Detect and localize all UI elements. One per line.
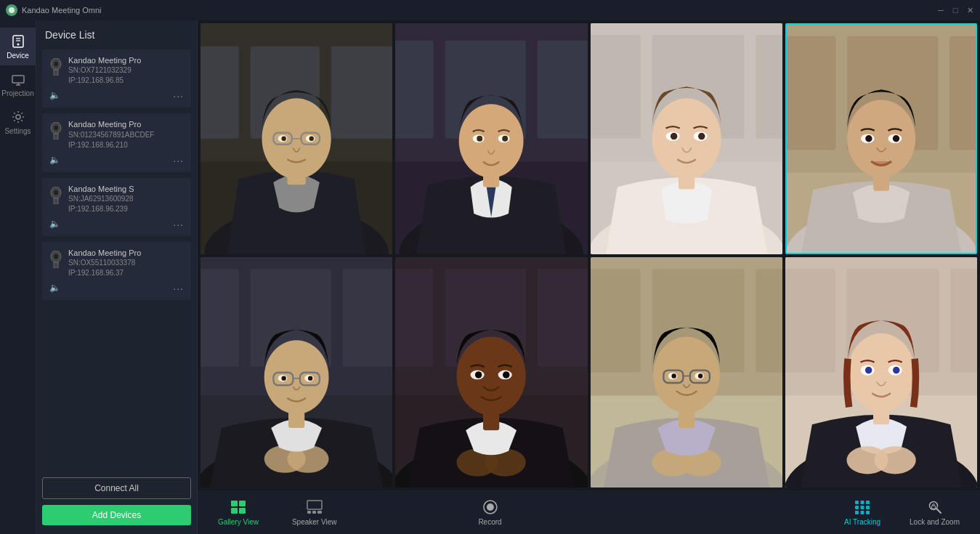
svg-point-34 [281,137,286,141]
svg-point-43 [459,104,524,178]
svg-rect-140 [312,511,316,514]
video-cell-8[interactable] [785,257,977,488]
svg-rect-150 [855,511,859,514]
record-label: Record [478,518,501,526]
svg-rect-136 [231,508,238,514]
device-panel: Device List Kandao Meeting Pro SN:OX7121… [36,20,198,534]
sidebar-item-settings[interactable]: Settings [0,103,36,141]
svg-point-70 [865,135,872,142]
svg-point-133 [893,366,900,373]
svg-rect-23 [201,46,239,139]
svg-rect-141 [317,511,322,514]
svg-rect-152 [866,511,870,514]
svg-point-8 [16,115,20,119]
video-cell-4[interactable] [785,23,977,254]
svg-point-101 [475,371,482,379]
volume-icon-1[interactable]: 🔈 [49,90,61,102]
connect-all-button[interactable]: Connect All [42,477,191,499]
svg-point-102 [503,371,510,379]
svg-point-143 [487,503,494,511]
svg-rect-25 [331,46,393,139]
video-cell-5[interactable] [201,257,392,488]
video-cell-6[interactable] [395,257,587,488]
sidebar-item-device[interactable]: Device [0,28,36,65]
more-icon-2[interactable]: ··· [173,155,184,166]
record-icon [482,498,499,516]
ai-tracking-button[interactable]: AI Tracking [838,495,886,529]
device-name-2: Kandao Meeting Pro [68,119,154,129]
svg-point-132 [865,366,872,373]
video-cell-2[interactable] [395,23,587,254]
video-cell-1[interactable] [201,23,392,254]
volume-icon-3[interactable]: 🔈 [49,219,61,230]
device-item-1: Kandao Meeting Pro SN:OX7121032329 IP:19… [42,49,191,108]
svg-point-35 [309,137,314,141]
svg-rect-19 [54,262,58,268]
volume-icon-2[interactable]: 🔈 [49,155,61,166]
device-camera-icon-3 [48,185,64,206]
device-camera-icon-2 [48,121,64,141]
svg-rect-38 [395,41,434,139]
video-cell-3[interactable] [591,23,782,254]
svg-point-119 [698,373,702,378]
device-ip-4: IP:192.168.96.37 [68,268,141,278]
svg-point-98 [457,336,526,415]
device-item-3: Kandao Meeting S SN:JA62913600928 IP:192… [42,178,191,236]
svg-point-55 [652,98,721,179]
video-area: Gallery View Speaker View [198,20,980,534]
svg-point-14 [54,126,58,131]
svg-rect-62 [787,36,835,150]
speaker-view-icon [306,498,323,516]
more-icon-3[interactable]: ··· [173,219,184,230]
svg-rect-107 [756,268,782,372]
settings-icon [10,109,26,125]
gallery-view-icon [230,498,247,516]
sidebar-device-label: Device [7,52,29,60]
gallery-view-label: Gallery View [218,518,259,526]
sidebar-settings-label: Settings [4,127,31,135]
svg-rect-155 [931,506,935,509]
svg-point-87 [281,376,286,380]
volume-icon-4[interactable]: 🔈 [49,283,61,294]
more-icon-1[interactable]: ··· [173,90,184,102]
toolbar-left: Gallery View Speaker View [212,495,342,529]
toolbar-right: AI Tracking Lock and Zoo [838,495,965,529]
svg-rect-122 [785,268,835,372]
device-item-2: Kandao Meeting Pro SN:01234567891ABCDEF … [42,113,191,171]
svg-rect-91 [395,268,434,366]
sidebar: Device Projection Settings [0,20,36,534]
bottom-toolbar: Gallery View Speaker View [198,490,980,534]
svg-rect-5 [12,76,24,83]
close-button[interactable]: ✕ [965,6,974,15]
minimize-button[interactable]: ─ [936,6,945,15]
svg-point-47 [502,136,508,142]
ai-tracking-icon [854,498,871,516]
record-button[interactable]: Record [472,495,507,529]
ai-tracking-label: AI Tracking [844,518,880,526]
svg-rect-52 [756,35,782,139]
device-ip-2: IP:192.168.96.210 [68,140,154,150]
video-cell-7[interactable] [591,257,782,488]
sidebar-item-projection[interactable]: Projection [0,65,36,103]
svg-rect-137 [239,508,246,514]
gallery-view-button[interactable]: Gallery View [212,495,264,529]
svg-rect-64 [949,36,976,150]
more-icon-4[interactable]: ··· [173,283,184,294]
device-ip-1: IP:192.168.96.85 [68,76,141,86]
speaker-view-button[interactable]: Speaker View [286,495,343,529]
device-camera-icon-1 [48,57,64,77]
device-camera-icon-4 [48,249,64,270]
svg-point-17 [54,190,58,195]
device-list: Kandao Meeting Pro SN:OX7121032329 IP:19… [42,49,191,469]
svg-point-58 [670,133,677,140]
device-ip-3: IP:192.168.96.239 [68,204,134,214]
add-devices-button[interactable]: Add Devices [42,505,191,525]
svg-rect-1 [13,36,23,47]
svg-rect-144 [855,501,859,504]
lock-zoom-button[interactable]: Lock and Zoom [904,495,965,529]
svg-rect-105 [591,268,641,372]
window-controls[interactable]: ─ □ ✕ [936,6,974,15]
svg-rect-147 [855,506,859,509]
device-name-1: Kandao Meeting Pro [68,55,141,65]
maximize-button[interactable]: □ [951,6,960,15]
